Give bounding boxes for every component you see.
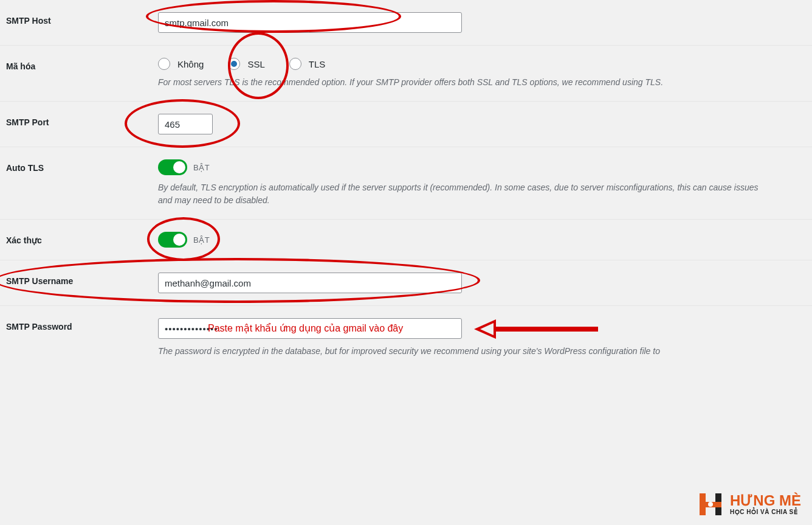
label-auth: Xác thực xyxy=(6,232,158,245)
radio-ssl-label: SSL xyxy=(247,59,264,69)
row-auto-tls: Auto TLS BẬT By default, TLS encryption … xyxy=(0,147,812,220)
radio-icon xyxy=(289,58,301,70)
auto-tls-toggle[interactable] xyxy=(158,159,187,175)
row-smtp-host: SMTP Host xyxy=(0,0,812,46)
label-smtp-user: SMTP Username xyxy=(6,273,158,286)
field-auto-tls: BẬT By default, TLS encryption is automa… xyxy=(158,159,806,207)
field-smtp-pass: Paste mật khẩu ứng dụng của gmail vào đâ… xyxy=(158,318,806,358)
field-auth: BẬT xyxy=(158,232,806,248)
label-auto-tls: Auto TLS xyxy=(6,159,158,173)
label-smtp-pass: SMTP Password xyxy=(6,318,158,332)
row-smtp-user: SMTP Username xyxy=(0,260,812,306)
radio-none[interactable]: Không xyxy=(158,58,204,70)
label-smtp-port: SMTP Port xyxy=(6,114,158,127)
radio-icon xyxy=(158,58,170,70)
smtp-host-input[interactable] xyxy=(158,12,462,33)
row-encryption: Mã hóa Không SSL TLS For most servers TL… xyxy=(0,46,812,102)
smtp-settings-form: SMTP Host Mã hóa Không SSL TLS xyxy=(0,0,812,370)
auth-toggle[interactable] xyxy=(158,232,187,248)
auth-state: BẬT xyxy=(193,235,210,245)
row-smtp-pass: SMTP Password Paste mật khẩu ứng dụng củ… xyxy=(0,306,812,370)
field-smtp-user xyxy=(158,273,806,293)
field-encryption: Không SSL TLS For most servers TLS is th… xyxy=(158,58,806,89)
encryption-description: For most servers TLS is the recommended … xyxy=(158,76,766,89)
encryption-radio-group: Không SSL TLS xyxy=(158,58,806,70)
radio-none-label: Không xyxy=(177,59,204,69)
row-auth: Xác thực BẬT xyxy=(0,220,812,260)
smtp-user-input[interactable] xyxy=(158,273,462,293)
radio-tls-label: TLS xyxy=(309,59,326,69)
auto-tls-description: By default, TLS encryption is automatica… xyxy=(158,181,766,207)
row-smtp-port: SMTP Port xyxy=(0,102,812,147)
smtp-port-input[interactable] xyxy=(158,114,213,134)
field-smtp-host xyxy=(158,12,806,33)
radio-tls[interactable]: TLS xyxy=(289,58,326,70)
label-encryption: Mã hóa xyxy=(6,58,158,71)
radio-icon xyxy=(228,58,240,70)
radio-ssl[interactable]: SSL xyxy=(228,58,264,70)
field-smtp-port xyxy=(158,114,806,134)
annotation-arrow-icon xyxy=(474,319,602,340)
auto-tls-state: BẬT xyxy=(193,163,210,172)
label-smtp-host: SMTP Host xyxy=(6,12,158,26)
smtp-pass-input[interactable] xyxy=(158,318,462,339)
smtp-pass-description: The password is encrypted in the databas… xyxy=(158,345,766,358)
